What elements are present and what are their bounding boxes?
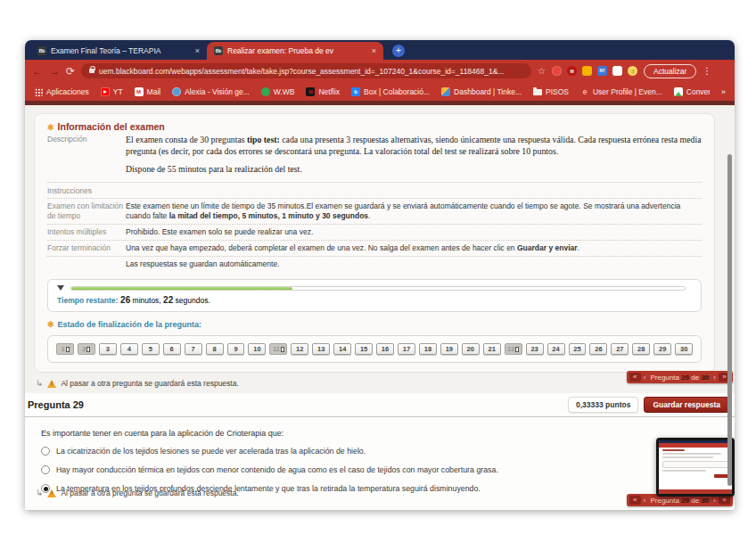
previous-question-button[interactable]: ‹ bbox=[644, 374, 646, 382]
bee-extension-icon[interactable] bbox=[582, 66, 592, 76]
elbow-arrow-icon: ↳ bbox=[36, 489, 43, 497]
browser-menu-icon[interactable]: ⋮ bbox=[703, 66, 711, 76]
globe-icon bbox=[172, 87, 181, 96]
next-question-button[interactable]: › bbox=[713, 497, 716, 505]
question-button-6[interactable]: 6 bbox=[163, 343, 181, 355]
question-button-25[interactable]: 25 bbox=[569, 343, 587, 355]
question-button-23[interactable]: 23 bbox=[526, 343, 544, 355]
timer-label: Tiempo restante: bbox=[57, 296, 118, 305]
question-button-8[interactable]: 8 bbox=[206, 343, 224, 355]
bookmark-box[interactable]: Box | Colaboració... bbox=[351, 87, 430, 96]
first-question-button[interactable]: « bbox=[629, 496, 641, 505]
bookmark-e-red[interactable]: User Profile | Even... bbox=[580, 87, 662, 96]
first-question-button[interactable]: « bbox=[629, 373, 641, 382]
mic-extension-icon[interactable] bbox=[552, 66, 562, 76]
bookmark-youtube[interactable]: YT bbox=[101, 87, 123, 96]
radio-button[interactable] bbox=[41, 447, 50, 456]
instruction-row-label bbox=[47, 259, 126, 269]
question-button-2[interactable]: 2 bbox=[78, 343, 95, 355]
question-button-1[interactable]: 1 bbox=[56, 343, 74, 355]
bookmark-gmail[interactable]: Mail bbox=[135, 87, 161, 96]
bookmark-green-dot[interactable]: W.WB bbox=[261, 87, 295, 96]
bookmarks-overflow-chevron[interactable]: » bbox=[721, 87, 726, 96]
question-button-4[interactable]: 4 bbox=[120, 343, 138, 355]
question-button-18[interactable]: 18 bbox=[419, 343, 437, 355]
question-title: Pregunta 29 bbox=[28, 399, 84, 410]
instruction-row: Forzar terminaciónUna vez que haya empez… bbox=[47, 240, 702, 256]
bookmark-dashboard[interactable]: Dashboard | Tinke... bbox=[441, 87, 522, 96]
smiley-extension-icon[interactable] bbox=[628, 66, 637, 76]
question-button-22[interactable]: 22 bbox=[505, 343, 522, 355]
tab-title: Examen Final Teoría – TERAPIA bbox=[51, 46, 191, 55]
status-title-row: ✱ Estado de finalización de la pregunta: bbox=[47, 320, 702, 329]
close-tab-icon[interactable]: × bbox=[372, 46, 376, 55]
bookmark-label: User Profile | Even... bbox=[593, 87, 662, 96]
pip-panel-box bbox=[662, 461, 728, 468]
radio-button[interactable] bbox=[41, 465, 50, 474]
question-button-29[interactable]: 29 bbox=[653, 343, 671, 355]
question-button-27[interactable]: 27 bbox=[611, 343, 629, 355]
bookmarks-bar-items: AplicacionesYTMailAlexia - Visión ge...W… bbox=[34, 87, 710, 96]
gmail-icon bbox=[135, 87, 144, 96]
question-button-10[interactable]: 10 bbox=[248, 343, 266, 355]
next-question-button[interactable]: › bbox=[713, 374, 716, 382]
question-button-9[interactable]: 9 bbox=[227, 343, 245, 355]
option-text: Hay mayor conducción térmica en tejidos … bbox=[56, 465, 498, 474]
question-button-11[interactable]: 11 bbox=[269, 343, 287, 355]
collapse-caret-icon[interactable] bbox=[57, 285, 64, 291]
question-button-26[interactable]: 26 bbox=[589, 343, 607, 355]
address-bar[interactable]: uem.blackboard.com/webapps/assessment/ta… bbox=[81, 63, 531, 78]
bookmark-netflix[interactable]: Netflix bbox=[306, 87, 340, 96]
vertical-scrollbar[interactable] bbox=[727, 154, 732, 486]
question-button-15[interactable]: 15 bbox=[355, 343, 373, 355]
last-question-button[interactable]: » bbox=[719, 496, 730, 505]
exam-description: El examen consta de 30 preguntas tipo te… bbox=[126, 135, 702, 157]
new-tab-button[interactable]: + bbox=[392, 45, 405, 57]
answer-option-2[interactable]: Hay mayor conducción térmica en tejidos … bbox=[41, 465, 735, 474]
question-button-7[interactable]: 7 bbox=[185, 343, 202, 355]
question-button-17[interactable]: 17 bbox=[398, 343, 415, 355]
bookmark-apps-grid[interactable]: Aplicaciones bbox=[34, 87, 89, 96]
autosave-warning-row: ↳ Al pasar a otra pregunta se guardará e… bbox=[25, 373, 735, 388]
bookmark-label: PISOS bbox=[546, 87, 569, 96]
nyt-extension-icon[interactable] bbox=[597, 66, 607, 76]
pip-text-line bbox=[662, 453, 721, 455]
update-button[interactable]: Actualizar bbox=[644, 64, 696, 78]
question-button-12[interactable]: 12 bbox=[291, 343, 308, 355]
bookmark-globe[interactable]: Alexia - Visión ge... bbox=[172, 87, 250, 96]
tab-exam-final[interactable]: Examen Final Teoría – TERAPIA × bbox=[30, 42, 207, 60]
question-button-16[interactable]: 16 bbox=[376, 343, 394, 355]
question-button-3[interactable]: 3 bbox=[99, 343, 117, 355]
close-tab-icon[interactable]: × bbox=[195, 46, 200, 55]
answer-option-1[interactable]: La cicatrización de los tejidos lesiones… bbox=[41, 447, 735, 456]
exam-info-title-row: ✱ Información del examen bbox=[47, 121, 702, 132]
question-button-13[interactable]: 13 bbox=[312, 343, 330, 355]
pip-text-line bbox=[662, 456, 713, 458]
tab-realizar-examen[interactable]: Realizar examen: Prueba de ev × bbox=[207, 42, 383, 60]
pip-footer-strip bbox=[659, 489, 732, 494]
question-button-19[interactable]: 19 bbox=[440, 343, 458, 355]
previous-question-button[interactable]: ‹ bbox=[644, 497, 646, 505]
gmail-extension-icon[interactable] bbox=[567, 66, 577, 76]
save-answer-button[interactable]: Guardar respuesta bbox=[644, 397, 729, 413]
puzzle-extension-icon[interactable] bbox=[612, 66, 622, 76]
bookmark-star-icon[interactable]: ☆ bbox=[538, 66, 546, 76]
screen-preview-window[interactable] bbox=[656, 438, 735, 497]
bookmark-label: Alexia - Visión ge... bbox=[185, 87, 250, 96]
question-button-5[interactable]: 5 bbox=[142, 343, 160, 355]
question-button-21[interactable]: 21 bbox=[483, 343, 501, 355]
answer-saved-icon bbox=[86, 347, 90, 352]
timer-progress-row bbox=[57, 285, 692, 291]
back-icon[interactable]: ← bbox=[32, 66, 43, 77]
question-button-30[interactable]: 30 bbox=[675, 343, 693, 355]
question-button-14[interactable]: 14 bbox=[333, 343, 351, 355]
pip-text-line bbox=[662, 470, 706, 472]
bookmark-image[interactable]: Conversor de imá... bbox=[674, 87, 710, 96]
question-button-28[interactable]: 28 bbox=[632, 343, 650, 355]
reload-icon[interactable]: ⟳ bbox=[66, 66, 75, 77]
instructions-header-row: Instrucciones bbox=[47, 182, 702, 198]
forward-icon[interactable]: → bbox=[49, 66, 60, 77]
bookmark-folder[interactable]: PISOS bbox=[533, 87, 569, 96]
question-button-20[interactable]: 20 bbox=[462, 343, 480, 355]
question-button-24[interactable]: 24 bbox=[547, 343, 565, 355]
